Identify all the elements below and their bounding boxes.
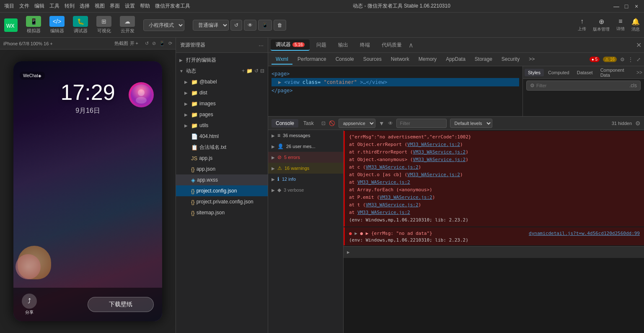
visual-btn[interactable]: ⊞ 可视化 (96, 16, 111, 34)
menu-item-settings[interactable]: 设置 (125, 3, 135, 10)
console-filter-input[interactable] (396, 119, 447, 128)
console-clear-icon[interactable]: 🚫 (329, 120, 335, 126)
menu-item-select[interactable]: 选择 (80, 3, 90, 10)
screenshot-btn[interactable]: 热截图 开 + (114, 40, 138, 47)
tab-wxml[interactable]: Wxml (272, 55, 292, 65)
device-toolbar-phone[interactable]: 📱 (159, 41, 165, 46)
tree-item-appjs[interactable]: ▶ JS app.js (176, 153, 268, 164)
tree-item-404[interactable]: ▶ 📄 404.html (176, 131, 268, 142)
log-group-verbose[interactable]: ▶ ◆ 3 verbose (268, 185, 343, 195)
tab-appdata[interactable]: AppData (442, 55, 470, 65)
console-history-icon[interactable]: ⊡ (321, 120, 326, 126)
simulator-btn[interactable]: 📱 模拟器 (26, 16, 41, 34)
console-tab-task[interactable]: Task (299, 119, 318, 127)
dom-panel[interactable]: <page> ▶ <view class= "container" >…</vi… (268, 66, 522, 116)
devtools-close-btn[interactable]: ✕ (636, 41, 641, 49)
tree-item-images[interactable]: ▶ 📁 images (176, 98, 268, 109)
console-eye-icon[interactable]: 👁 (388, 120, 393, 126)
styles-tab-computed[interactable]: Computed (545, 69, 573, 76)
vm33-link-4[interactable]: VM33_WAService.js:2 (366, 164, 419, 170)
refresh-button[interactable]: ↺ (230, 20, 242, 31)
styles-tab-styles[interactable]: Styles (525, 69, 544, 76)
dom-line-page-close[interactable]: </page> (272, 86, 519, 95)
inspector-popout-icon[interactable]: ⤢ (636, 57, 641, 62)
download-button[interactable]: 下载壁纸 (88, 297, 154, 312)
console-service-select[interactable]: appservice (339, 119, 375, 128)
vm33-link-2[interactable]: VM33_WAService.js:2 (413, 149, 466, 155)
refresh-tree-icon[interactable]: ↺ (254, 68, 259, 74)
window-controls[interactable]: — □ × (613, 3, 640, 10)
menu-item-file[interactable]: 文件 (19, 3, 29, 10)
menu-item-tools[interactable]: 工具 (49, 3, 59, 10)
devtools-tab-quality[interactable]: 代码质量 (377, 40, 407, 50)
tree-item-appjson[interactable]: ▶ {} app.json (176, 164, 268, 174)
tree-item-projectconfig[interactable]: ▶ {} project.config.json (176, 185, 268, 196)
tree-item-babel[interactable]: ▶ 📁 @babel (176, 76, 268, 87)
menu-item-help[interactable]: 帮助 (140, 3, 150, 10)
tree-item-pages[interactable]: ▶ 📁 pages (176, 109, 268, 120)
tree-item-utils[interactable]: ▶ 📁 utils (176, 120, 268, 131)
tab-memory[interactable]: Memory (414, 55, 441, 65)
dom-line-view[interactable]: ▶ <view class= "container" >…</view> (272, 78, 519, 86)
menu-item-view[interactable]: 视图 (95, 3, 105, 10)
menu-item-goto[interactable]: 转到 (65, 3, 75, 10)
tree-section-opened[interactable]: ▶ 打开的编辑器 (176, 55, 268, 65)
device-model[interactable]: iPhone 6/7/8 100% 16 + (3, 41, 53, 46)
console-input[interactable] (352, 250, 641, 255)
menu-item-edit[interactable]: 编辑 (34, 3, 44, 10)
device-toolbar-stop[interactable]: ⊘ (152, 41, 156, 46)
close-button[interactable]: × (633, 3, 640, 10)
share-button[interactable]: ⤴ 分享 (22, 294, 37, 315)
file-more-btn[interactable]: ··· (259, 42, 264, 49)
tab-network[interactable]: Network (387, 55, 414, 65)
tree-item-domain[interactable]: ▶ 📋 合法域名.txt (176, 142, 268, 153)
editor-btn[interactable]: </> 编辑器 (49, 16, 65, 34)
real-machine-button[interactable]: 📱 (258, 20, 272, 31)
minimize-button[interactable]: — (613, 3, 620, 10)
tab-security[interactable]: Security (497, 55, 524, 65)
dynamic-detail-link[interactable]: dynamicdetail.js?t=w.4d56cd120d2560dd:99 (529, 230, 640, 237)
console-level-select[interactable]: Default levels (450, 119, 492, 128)
tree-item-projectprivate[interactable]: ▶ {} project.private.config.json (176, 196, 268, 207)
tree-item-dist[interactable]: ▶ 📁 dist (176, 87, 268, 98)
console-output[interactable]: {"errMsg":"no advertisement","errCode":1… (344, 130, 644, 333)
notification-btn[interactable]: 🔔 消息 (631, 18, 640, 32)
styles-tab-dataset[interactable]: Dataset (574, 69, 596, 76)
console-tab-console[interactable]: Console (272, 119, 298, 127)
settings-icon[interactable]: ⚙ (620, 57, 625, 62)
clear-cache-button[interactable]: 🗑 (274, 20, 286, 31)
log-group-messages[interactable]: ▶ ≡ 36 messages (268, 130, 343, 141)
add-folder-icon[interactable]: 📁 (246, 68, 253, 74)
log-group-user[interactable]: ▶ 👤 26 user mes... (268, 141, 343, 152)
devtools-minimize-btn[interactable]: ∧ (409, 41, 414, 49)
debugger-btn[interactable]: 🐛 调试器 (73, 16, 88, 34)
log-group-info[interactable]: ▶ ℹ 12 info (268, 174, 343, 185)
devtools-tab-debugger[interactable]: 调试器 5.16 (271, 39, 310, 51)
add-file-icon[interactable]: + (242, 68, 245, 74)
log-group-warnings[interactable]: ▶ ⚠ 16 warnings (268, 163, 343, 174)
vm33-link-8[interactable]: VM33_WAService.js:2 (366, 202, 419, 208)
tree-item-sitemap[interactable]: ▶ {} sitemap.json (176, 207, 268, 218)
tab-performance[interactable]: Performance (293, 55, 331, 65)
vm33-link-7[interactable]: VM33_WAService.js:2 (380, 195, 432, 200)
tree-item-appwxss[interactable]: ▶ ◈ app.wxss (176, 174, 268, 185)
console-settings-icon[interactable]: ⚙ (635, 120, 641, 127)
tree-section-dynamic[interactable]: ▼ 动态 + 📁 ↺ ⊟ (176, 65, 268, 76)
devtools-tab-terminal[interactable]: 终端 (355, 40, 375, 50)
compile-select[interactable]: 普通编译 (193, 20, 229, 31)
vm33-link-3[interactable]: VM33_WAService.js:2 (413, 157, 466, 162)
version-btn[interactable]: ⊕ 版本管理 (593, 18, 610, 32)
service-dropdown-icon[interactable]: ▼ (379, 120, 385, 127)
styles-filter-input[interactable] (536, 83, 628, 88)
devtools-tab-issues[interactable]: 问题 (311, 40, 331, 50)
upload-btn[interactable]: ↑ 上传 (578, 18, 586, 32)
tab-storage[interactable]: Storage (471, 55, 497, 65)
tab-console[interactable]: Console (331, 55, 358, 65)
mode-select[interactable]: 小程序模式 (143, 19, 184, 31)
menu-bar[interactable]: 项目 文件 编辑 工具 转到 选择 视图 界面 设置 帮助 微信开发者工具 (4, 3, 190, 10)
menu-item-interface[interactable]: 界面 (110, 3, 120, 10)
log-group-errors[interactable]: ▶ ⊘ 5 errors (268, 152, 343, 163)
cloud-btn[interactable]: ☁ 云开发 (120, 16, 135, 34)
styles-more-btn[interactable]: >> (636, 70, 642, 75)
device-toolbar-refresh[interactable]: ↺ (145, 41, 149, 46)
